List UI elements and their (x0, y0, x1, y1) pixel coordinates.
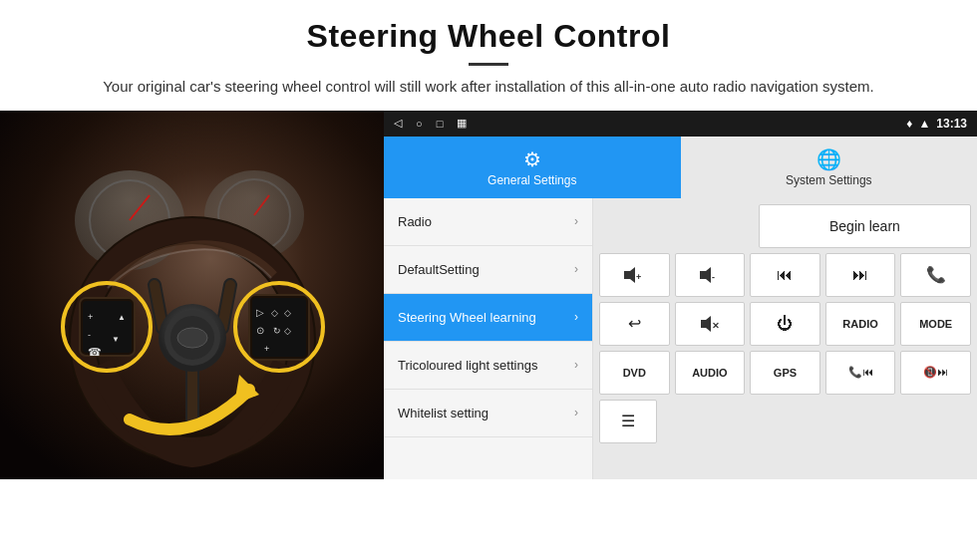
btn-row-2: ↩ ✕ ⏻ RADIO MODE (599, 302, 971, 346)
hangup-button[interactable]: ↩ (599, 302, 670, 346)
wifi-icon: ▲ (918, 117, 930, 131)
svg-text:✕: ✕ (712, 321, 720, 331)
begin-learn-row: Begin learn (599, 204, 971, 248)
content-area: Radio › DefaultSetting › Steering Wheel … (384, 198, 977, 479)
clock: 13:13 (936, 117, 967, 131)
android-ui: ◁ ○ □ ▦ ♦ ▲ 13:13 ⚙ General Settings (384, 111, 977, 479)
header-divider (469, 63, 508, 66)
svg-text:-: - (712, 272, 715, 282)
svg-text:▲: ▲ (118, 313, 126, 322)
svg-text:⊙: ⊙ (256, 325, 264, 336)
btn-row-3: DVD AUDIO GPS 📞⏮ 📵⏭ (599, 351, 971, 395)
power-button[interactable]: ⏻ (750, 302, 820, 346)
phone-prev-button[interactable]: 📞⏮ (825, 351, 896, 395)
svg-text:◇: ◇ (284, 308, 291, 318)
svg-text:+: + (264, 344, 269, 354)
menu-item-tricoloured[interactable]: Tricoloured light settings › (384, 342, 592, 390)
spacer (599, 204, 754, 248)
svg-text:◇: ◇ (271, 308, 278, 318)
phone-answer-button[interactable]: 📞 (900, 253, 971, 297)
apps-icon[interactable]: ▦ (457, 117, 467, 130)
tab-system-label: System Settings (786, 173, 872, 187)
header-section: Steering Wheel Control Your original car… (0, 0, 977, 111)
status-bar-nav: ◁ ○ □ ▦ (394, 117, 467, 130)
status-bar-info: ♦ ▲ 13:13 (906, 117, 967, 131)
back-icon[interactable]: ◁ (394, 117, 402, 130)
menu-item-whitelist[interactable]: Whitelist setting › (384, 390, 592, 437)
svg-marker-32 (624, 267, 635, 283)
steering-wheel-area: + ▲ - ☎ ▼ ▷ ◇ ◇ ⊙ ↻ ◇ + (0, 111, 384, 479)
begin-learn-button[interactable]: Begin learn (759, 204, 971, 248)
tab-general[interactable]: ⚙ General Settings (384, 137, 681, 198)
svg-marker-36 (701, 316, 711, 332)
mute-button[interactable]: ✕ (675, 302, 746, 346)
svg-text:↻: ↻ (273, 326, 281, 336)
recents-icon[interactable]: □ (437, 118, 444, 130)
menu-item-default-setting[interactable]: DefaultSetting › (384, 246, 592, 294)
chevron-icon: › (574, 262, 578, 276)
next-button[interactable]: ⏭ (825, 253, 896, 297)
svg-text:▷: ▷ (256, 307, 264, 318)
btn-row-1: + - ⏮ ⏭ 📞 (599, 253, 971, 297)
main-content: + ▲ - ☎ ▼ ▷ ◇ ◇ ⊙ ↻ ◇ + (0, 111, 977, 479)
volume-up-icon: + (622, 266, 646, 284)
volume-up-button[interactable]: + (599, 253, 670, 297)
chevron-icon: › (574, 214, 578, 228)
volume-down-button[interactable]: - (675, 253, 746, 297)
gps-button[interactable]: GPS (750, 351, 820, 395)
prev-button[interactable]: ⏮ (750, 253, 820, 297)
audio-button[interactable]: AUDIO (675, 351, 746, 395)
tab-general-label: General Settings (488, 173, 576, 187)
radio-button[interactable]: RADIO (825, 302, 896, 346)
steering-wheel-svg: + ▲ - ☎ ▼ ▷ ◇ ◇ ⊙ ↻ ◇ + (0, 111, 384, 479)
dvd-button[interactable]: DVD (599, 351, 670, 395)
location-icon: ♦ (906, 117, 912, 131)
svg-text:☎: ☎ (88, 346, 102, 358)
list-icon-button[interactable]: ☰ (599, 400, 657, 443)
right-panel: Begin learn + - (593, 198, 977, 479)
system-icon: 🌐 (816, 147, 841, 171)
svg-text:+: + (636, 272, 641, 282)
svg-text:▼: ▼ (112, 335, 120, 344)
svg-text:-: - (88, 330, 91, 340)
gear-icon: ⚙ (523, 147, 541, 171)
header-subtitle: Your original car's steering wheel contr… (80, 76, 897, 99)
btn-row-bottom: ☰ (599, 400, 971, 443)
chevron-icon: › (574, 358, 578, 372)
page-title: Steering Wheel Control (60, 18, 917, 55)
mode-button[interactable]: MODE (900, 302, 971, 346)
svg-text:◇: ◇ (284, 326, 291, 336)
svg-point-12 (177, 328, 207, 348)
left-menu: Radio › DefaultSetting › Steering Wheel … (384, 198, 593, 479)
chevron-icon: › (574, 310, 578, 324)
volume-down-icon: - (698, 266, 722, 284)
svg-marker-34 (700, 267, 711, 283)
home-icon[interactable]: ○ (416, 118, 423, 130)
svg-text:+: + (88, 312, 93, 322)
mute-icon: ✕ (699, 315, 721, 333)
menu-item-radio[interactable]: Radio › (384, 198, 592, 246)
status-bar: ◁ ○ □ ▦ ♦ ▲ 13:13 (384, 111, 977, 137)
page-container: Steering Wheel Control Your original car… (0, 0, 977, 479)
chevron-icon: › (574, 406, 578, 420)
settings-tabs: ⚙ General Settings 🌐 System Settings (384, 137, 977, 198)
menu-item-steering-wheel[interactable]: Steering Wheel learning › (384, 294, 592, 342)
tab-system[interactable]: 🌐 System Settings (681, 137, 978, 198)
phone-next-button[interactable]: 📵⏭ (900, 351, 971, 395)
